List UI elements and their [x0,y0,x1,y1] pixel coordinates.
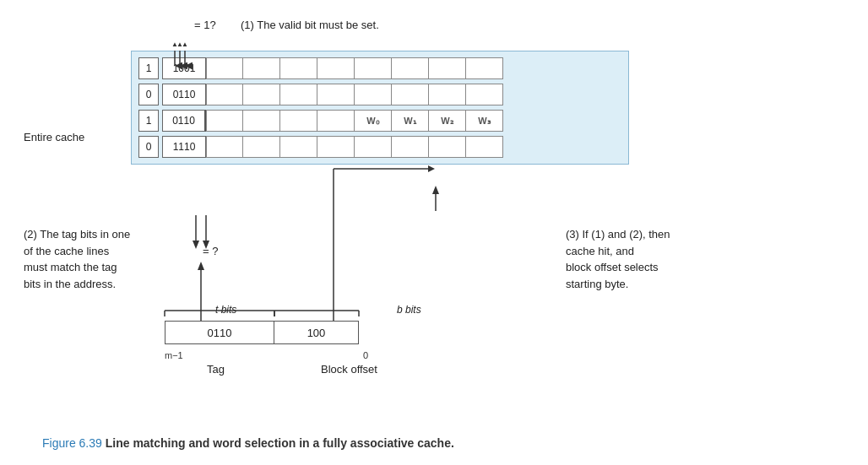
data-cells-0 [206,57,503,79]
dc-0-5 [392,57,429,79]
dc-3-3 [317,136,355,158]
dc-3-1 [243,136,280,158]
b-bits-word: bits [403,304,421,316]
tag-1: 0110 [162,84,206,105]
dc-2-7: W₃ [466,110,503,132]
dc-2-6: W₂ [429,110,466,132]
tag-3: 1110 [162,136,206,158]
data-cells-1 [206,84,503,105]
dc-1-1 [243,84,280,105]
annot3-line1: (3) If (1) and (2), thencache hit, andbl… [566,228,670,290]
cache-row-3: 0 1110 [138,135,621,159]
tag-2: 0110 [162,110,206,132]
dc-3-4 [355,136,392,158]
svg-marker-22 [432,186,439,194]
svg-text:▲: ▲ [182,41,188,48]
figure-caption: Figure 6.39 Line matching and word selec… [42,436,454,450]
dc-1-5 [392,84,429,105]
cache-table: 1 1001 0 0110 [131,51,629,165]
dc-3-5 [392,136,429,158]
addr-offset-box: 100 [274,321,359,344]
dc-1-3 [317,84,355,105]
valid-1: 0 [138,84,159,105]
dc-3-2 [280,136,317,158]
svg-text:▲: ▲ [171,41,178,48]
t-bits-word: bits [218,304,236,316]
dc-0-7 [466,57,503,79]
eq1-label: = 1? [194,19,216,31]
entire-cache-label: Entire cache [24,131,84,143]
dc-1-4 [355,84,392,105]
figure-number: Figure 6.39 [42,436,102,450]
dc-2-2 [280,110,317,132]
figure-text: Line matching and word selection in a fu… [106,436,454,450]
cache-row-0: 1 1001 [138,57,621,80]
dc-0-2 [280,57,317,79]
dc-3-0 [206,136,243,158]
main-container: = 1? (1) The valid bit must be set. 0 1 … [0,0,868,465]
dc-1-6 [429,84,466,105]
svg-marker-20 [428,165,435,172]
dc-2-4: W₀ [355,110,392,132]
svg-marker-7 [193,241,199,249]
cache-row-1: 0 0110 [138,83,621,106]
eq-q-label: = ? [203,245,218,257]
dc-1-2 [280,84,317,105]
dc-3-7 [466,136,503,158]
svg-marker-11 [198,262,204,270]
annot1-text: (1) The valid bit must be set. [241,19,379,31]
dc-1-7 [466,84,503,105]
zero-label: 0 [363,350,368,360]
tag-0: 1001 [162,57,206,79]
data-cells-2: W₀ W₁ W₂ W₃ [206,110,503,132]
annot2-line1: (2) The tag bits in oneof the cache line… [24,228,130,290]
annot3: (3) If (1) and (2), thencache hit, andbl… [566,226,768,292]
m-minus-1-label: m−1 [165,350,183,360]
b-bits-label: b bits [397,304,421,316]
dc-0-3 [317,57,355,79]
tag-label: Tag [207,363,225,376]
block-offset-label: Block offset [321,363,377,376]
valid-3: 0 [138,136,159,158]
b-italic: b [397,304,403,316]
data-cells-3 [206,136,503,158]
dc-0-0 [206,57,243,79]
dc-3-6 [429,136,466,158]
address-boxes: 0110 100 [165,321,359,344]
dc-2-5: W₁ [392,110,429,132]
annot2: (2) The tag bits in oneof the cache line… [24,226,176,292]
svg-text:▲: ▲ [176,41,183,48]
valid-2: 1 [138,110,159,132]
dc-0-6 [429,57,466,79]
cache-row-2: 1 0110 W₀ W₁ W₂ W₃ [138,109,621,132]
dc-1-0 [206,84,243,105]
dc-2-1 [243,110,280,132]
dc-0-1 [243,57,280,79]
dc-0-4 [355,57,392,79]
dc-2-0 [206,110,243,132]
dc-2-3 [317,110,355,132]
addr-tag-box: 0110 [165,321,274,344]
valid-0: 1 [138,57,159,79]
t-bits-label: t bits [215,304,236,316]
